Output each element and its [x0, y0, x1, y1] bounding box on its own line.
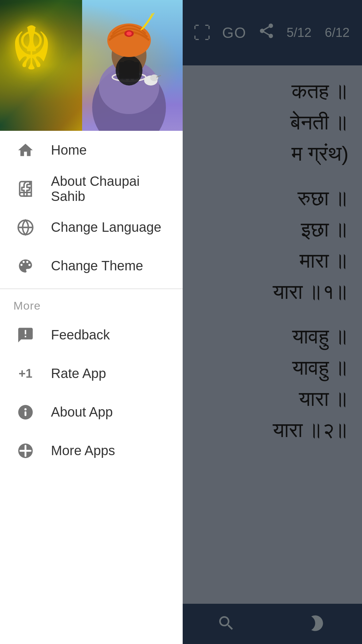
menu-section: Home About Chaupai Sahib C [0, 131, 183, 644]
more-apps-label: More Apps [51, 443, 115, 458]
menu-item-about-app[interactable]: About App [0, 393, 183, 431]
svg-rect-9 [119, 62, 139, 79]
menu-item-feedback[interactable]: Feedback [0, 316, 183, 354]
drawer-overlay[interactable] [181, 0, 362, 644]
svg-point-16 [150, 74, 158, 81]
info-icon [13, 400, 38, 424]
menu-item-about-chaupai[interactable]: About Chaupai Sahib [0, 169, 183, 208]
menu-item-rate-app[interactable]: +1 Rate App [0, 354, 183, 393]
home-icon [13, 138, 38, 162]
navigation-drawer: ☬ [0, 0, 183, 644]
more-apps-icon [13, 439, 38, 463]
menu-item-home[interactable]: Home [0, 131, 183, 169]
rate-icon: +1 [13, 362, 38, 386]
palette-icon [13, 254, 38, 278]
rate-app-label: Rate App [51, 366, 106, 381]
menu-divider [0, 288, 183, 289]
svg-point-14 [126, 32, 132, 36]
feedback-label: Feedback [51, 327, 110, 342]
guru-figure [75, 0, 183, 131]
home-label: Home [51, 143, 87, 158]
feedback-icon [13, 323, 38, 347]
change-theme-label: Change Theme [51, 258, 143, 273]
globe-icon [13, 215, 38, 239]
book-icon [13, 177, 38, 201]
menu-item-change-language[interactable]: Change Language [0, 208, 183, 247]
about-app-label: About App [51, 405, 113, 420]
khanda-symbol: ☬ [10, 13, 53, 84]
about-chaupai-label: About Chaupai Sahib [51, 174, 169, 204]
svg-point-22 [24, 408, 26, 410]
menu-item-more-apps[interactable]: More Apps [0, 431, 183, 470]
drawer-header: ☬ [0, 0, 183, 131]
more-section-header: More [0, 292, 183, 316]
menu-item-change-theme[interactable]: Change Theme [0, 247, 183, 285]
change-language-label: Change Language [51, 220, 161, 235]
